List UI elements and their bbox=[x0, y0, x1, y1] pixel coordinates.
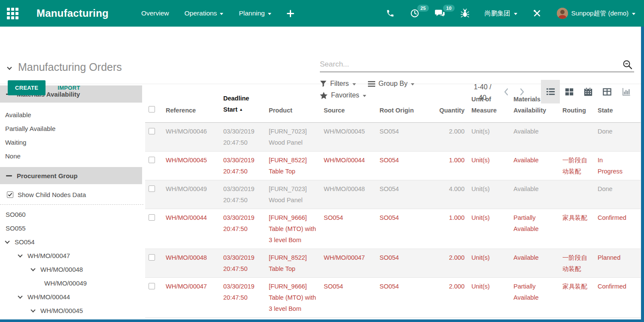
filter-option-available[interactable]: Available bbox=[0, 108, 143, 122]
cell-product[interactable]: [FURN_7023] Wood Panel bbox=[265, 180, 320, 209]
cell-quantity[interactable]: 2.000 bbox=[429, 278, 468, 318]
cell-uom[interactable]: Unit(s) bbox=[468, 152, 510, 180]
messages-button[interactable]: 10 bbox=[435, 9, 445, 18]
tree-node-so054[interactable]: SO054 bbox=[0, 235, 143, 249]
cell-deadline[interactable]: 03/30/2019 20:47:50 bbox=[220, 123, 265, 152]
create-button[interactable]: CREATE bbox=[8, 80, 46, 95]
cell-availability[interactable]: Available bbox=[510, 180, 559, 209]
select-all-checkbox[interactable] bbox=[149, 106, 155, 112]
tree-node-wh-mo-00049[interactable]: WH/MO/00049 bbox=[0, 276, 143, 290]
cell-uom[interactable]: Unit(s) bbox=[468, 180, 510, 209]
cell-reference[interactable]: WH/MO/00045 bbox=[162, 152, 220, 180]
view-pivot-button[interactable] bbox=[598, 80, 617, 103]
favorites-menu[interactable]: Favorites bbox=[320, 91, 366, 99]
company-switcher[interactable]: 尚鹏集团 bbox=[485, 9, 517, 18]
cell-reference[interactable]: WH/MO/00046 bbox=[162, 123, 220, 152]
pager-previous-button[interactable] bbox=[503, 87, 509, 98]
horizontal-scrollbar[interactable] bbox=[0, 319, 644, 322]
view-graph-button[interactable] bbox=[617, 80, 635, 103]
cell-state[interactable]: In Progress bbox=[594, 152, 641, 180]
row-checkbox[interactable] bbox=[149, 254, 155, 261]
cell-source[interactable]: WH/MO/00047 bbox=[320, 249, 376, 278]
cell-state[interactable]: Done bbox=[594, 123, 641, 152]
row-checkbox[interactable] bbox=[149, 128, 155, 134]
group-by-menu[interactable]: Group By bbox=[368, 80, 415, 88]
cell-deadline[interactable]: 03/30/2019 20:47:50 bbox=[220, 278, 265, 318]
cell-deadline[interactable]: 03/30/2019 20:47:50 bbox=[220, 209, 265, 249]
cell-quantity[interactable]: 1.000 bbox=[429, 209, 468, 249]
cell-deadline[interactable]: 03/30/2019 20:47:50 bbox=[220, 249, 265, 278]
checkbox-checked[interactable] bbox=[7, 191, 13, 198]
cell-state[interactable]: Confirmed bbox=[594, 209, 641, 249]
quick-create-button[interactable] bbox=[287, 10, 294, 17]
phone-button[interactable] bbox=[386, 9, 395, 18]
cell-root-origin[interactable]: SO054 bbox=[376, 249, 429, 278]
column-header-reference[interactable]: Reference bbox=[162, 84, 220, 123]
tree-node-wh-mo-00045[interactable]: WH/MO/00045 bbox=[0, 304, 143, 317]
cell-state[interactable]: Done bbox=[594, 180, 641, 209]
cell-source[interactable]: WH/MO/00044 bbox=[320, 152, 376, 180]
menu-overview[interactable]: Overview bbox=[141, 9, 169, 17]
cell-root-origin[interactable]: SO054 bbox=[376, 209, 429, 249]
cell-state[interactable]: Confirmed bbox=[594, 278, 641, 318]
search-icon[interactable] bbox=[622, 59, 633, 72]
cell-uom[interactable]: Unit(s) bbox=[468, 209, 510, 249]
table-row[interactable]: WH/MO/00047 03/30/2019 20:47:50 [FURN_96… bbox=[145, 278, 641, 318]
cell-root-origin[interactable]: SO054 bbox=[376, 152, 429, 180]
apps-menu-icon[interactable] bbox=[7, 8, 18, 19]
filter-option-waiting[interactable]: Waiting bbox=[0, 135, 143, 149]
row-checkbox[interactable] bbox=[149, 214, 155, 221]
debug-button[interactable] bbox=[461, 9, 469, 18]
row-checkbox[interactable] bbox=[149, 157, 155, 163]
filter-option-partially-available[interactable]: Partially Available bbox=[0, 122, 143, 135]
cell-availability[interactable]: Partially Available bbox=[510, 278, 559, 318]
table-row[interactable]: WH/MO/00049 03/30/2019 20:47:50 [FURN_70… bbox=[145, 180, 641, 209]
table-row[interactable]: WH/MO/00045 03/30/2019 20:47:50 [FURN_85… bbox=[145, 152, 641, 180]
column-header-product[interactable]: Product bbox=[265, 84, 320, 123]
view-kanban-button[interactable] bbox=[560, 80, 579, 103]
search-input[interactable] bbox=[320, 58, 619, 70]
column-header-deadline-start[interactable]: Deadline Start ▲ bbox=[220, 84, 265, 123]
view-calendar-button[interactable] bbox=[579, 80, 598, 103]
cell-routing[interactable]: 家具装配 bbox=[559, 278, 594, 318]
user-menu[interactable]: Sunpop超管 (demo) bbox=[557, 8, 635, 19]
cell-uom[interactable]: Unit(s) bbox=[468, 123, 510, 152]
tree-node-wh-mo-00048[interactable]: WH/MO/00048 bbox=[0, 262, 143, 276]
cell-availability[interactable]: Available bbox=[510, 249, 559, 278]
cell-product[interactable]: [FURN_7023] Wood Panel bbox=[265, 123, 320, 152]
cell-root-origin[interactable]: SO054 bbox=[376, 180, 429, 209]
cell-routing[interactable]: 一阶段自动装配 bbox=[559, 152, 594, 180]
view-list-button[interactable] bbox=[541, 80, 560, 103]
cell-product[interactable]: [FURN_9666] Table (MTO) with 3 level Bom bbox=[265, 278, 320, 318]
table-row[interactable]: WH/MO/00044 03/30/2019 20:47:50 [FURN_96… bbox=[145, 209, 641, 249]
tree-node-so060[interactable]: SO060 bbox=[0, 207, 143, 221]
cell-quantity[interactable]: 4.000 bbox=[429, 180, 468, 209]
cell-availability[interactable]: Available bbox=[510, 152, 559, 180]
menu-planning[interactable]: Planning bbox=[239, 9, 271, 17]
row-checkbox[interactable] bbox=[149, 185, 155, 192]
section-procurement-group[interactable]: Procurement Group bbox=[0, 167, 142, 184]
row-checkbox[interactable] bbox=[149, 283, 155, 289]
cell-routing[interactable] bbox=[559, 123, 594, 152]
tree-node-wh-mo-00047[interactable]: WH/MO/00047 bbox=[0, 249, 143, 262]
cell-uom[interactable]: Unit(s) bbox=[468, 249, 510, 278]
pager-next-button[interactable] bbox=[519, 87, 525, 98]
cell-source[interactable]: WH/MO/00048 bbox=[320, 180, 376, 209]
cell-product[interactable]: [FURN_8522] Table Top bbox=[265, 249, 320, 278]
filters-menu[interactable]: Filters bbox=[320, 80, 356, 88]
show-child-nodes-toggle[interactable]: Show Child Nodes Data bbox=[7, 191, 143, 198]
cell-quantity[interactable]: 2.000 bbox=[429, 249, 468, 278]
tree-node-so055[interactable]: SO055 bbox=[0, 221, 143, 235]
cell-availability[interactable]: Partially Available bbox=[510, 209, 559, 249]
breadcrumb[interactable]: Manufacturing Orders bbox=[8, 61, 122, 73]
table-row[interactable]: WH/MO/00048 03/30/2019 20:47:50 [FURN_85… bbox=[145, 249, 641, 278]
cell-root-origin[interactable]: SO054 bbox=[376, 123, 429, 152]
settings-tools-button[interactable] bbox=[533, 9, 541, 18]
activities-button[interactable]: 25 bbox=[410, 9, 419, 18]
cell-product[interactable]: [FURN_9666] Table (MTO) with 3 level Bom bbox=[265, 209, 320, 249]
cell-deadline[interactable]: 03/30/2019 20:47:50 bbox=[220, 152, 265, 180]
cell-source[interactable]: SO054 bbox=[320, 278, 376, 318]
cell-reference[interactable]: WH/MO/00049 bbox=[162, 180, 220, 209]
menu-operations[interactable]: Operations bbox=[185, 9, 224, 17]
cell-reference[interactable]: WH/MO/00047 bbox=[162, 278, 220, 318]
